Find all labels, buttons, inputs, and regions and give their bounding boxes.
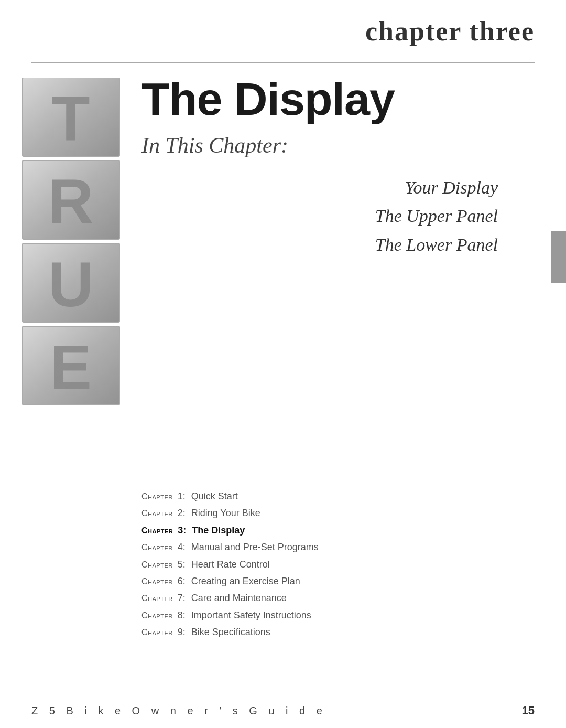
toc-entry-7: Chapter 8: Important Safety Instructions bbox=[142, 607, 540, 624]
svg-text:R: R bbox=[48, 166, 94, 237]
toc-entry-0: Chapter 1: Quick Start bbox=[142, 488, 540, 505]
table-of-contents: Chapter 1: Quick StartChapter 2: Riding … bbox=[142, 488, 540, 641]
toc-chapter-label: Chapter bbox=[142, 558, 176, 573]
footer: Z 5 B i k e O w n e r ' s G u i d e 15 bbox=[31, 704, 535, 718]
svg-text:T: T bbox=[51, 83, 90, 154]
svg-text:E: E bbox=[50, 332, 92, 402]
toc-chapter-title: Care and Maintenance bbox=[191, 590, 287, 606]
toc-chapter-title: Quick Start bbox=[191, 488, 238, 505]
main-content: The Display In This Chapter: Your Displa… bbox=[142, 76, 540, 464]
svg-text:U: U bbox=[48, 249, 94, 319]
in-this-chapter-label: In This Chapter: bbox=[142, 133, 540, 158]
toc-entry-1: Chapter 2: Riding Your Bike bbox=[142, 505, 540, 521]
toc-entry-4: Chapter 5: Heart Rate Control bbox=[142, 556, 540, 573]
chapter-header-label: chapter three bbox=[365, 0, 566, 47]
toc-chapter-title: Creating an Exercise Plan bbox=[191, 573, 300, 590]
toc-entry-6: Chapter 7: Care and Maintenance bbox=[142, 590, 540, 606]
toc-chapter-label: Chapter bbox=[142, 608, 176, 624]
toc-chapter-title: Riding Your Bike bbox=[191, 505, 260, 521]
toc-chapter-number: 4: bbox=[178, 539, 188, 555]
toc-chapter-number: 9: bbox=[178, 624, 188, 640]
toc-chapter-title: Bike Specifications bbox=[191, 624, 270, 640]
toc-chapter-label: Chapter bbox=[142, 591, 176, 606]
toc-chapter-title: Heart Rate Control bbox=[191, 556, 270, 573]
chapter-item-your-display: Your Display bbox=[405, 174, 498, 202]
toc-chapter-label: Chapter bbox=[142, 625, 176, 640]
chapter-items-list: Your Display The Upper Panel The Lower P… bbox=[142, 174, 540, 259]
toc-entry-8: Chapter 9: Bike Specifications bbox=[142, 624, 540, 640]
toc-chapter-label: Chapter bbox=[142, 540, 176, 555]
toc-chapter-title: Important Safety Instructions bbox=[191, 607, 311, 624]
toc-chapter-label: Chapter bbox=[142, 506, 176, 521]
toc-chapter-number: 8: bbox=[178, 607, 188, 624]
page-title: The Display bbox=[142, 76, 540, 122]
toc-entry-2: Chapter 3: The Display bbox=[142, 522, 540, 539]
toc-chapter-number: 6: bbox=[178, 573, 188, 590]
toc-chapter-label: Chapter bbox=[142, 489, 176, 505]
toc-chapter-number: 2: bbox=[178, 505, 188, 521]
chapter-item-upper-panel: The Upper Panel bbox=[375, 202, 498, 230]
chapter-item-lower-panel: The Lower Panel bbox=[375, 231, 498, 259]
toc-chapter-number: 7: bbox=[178, 590, 188, 606]
toc-entry-3: Chapter 4: Manual and Pre-Set Programs bbox=[142, 539, 540, 555]
toc-chapter-title: Manual and Pre-Set Programs bbox=[191, 539, 319, 555]
chapter-tab bbox=[551, 231, 566, 283]
toc-chapter-number: 5: bbox=[178, 556, 188, 573]
toc-chapter-number: 3: bbox=[178, 522, 189, 539]
top-rule bbox=[31, 62, 535, 63]
toc-entry-5: Chapter 6: Creating an Exercise Plan bbox=[142, 573, 540, 590]
toc-chapter-number: 1: bbox=[178, 488, 188, 505]
toc-chapter-title: The Display bbox=[192, 522, 245, 539]
bottom-rule bbox=[31, 686, 535, 687]
toc-chapter-label: Chapter bbox=[142, 574, 176, 590]
footer-guide-title: Z 5 B i k e O w n e r ' s G u i d e bbox=[31, 705, 326, 717]
footer-page-number: 15 bbox=[522, 704, 535, 718]
header: chapter three bbox=[0, 0, 566, 68]
brand-logo: T R U E bbox=[20, 78, 122, 408]
toc-chapter-label: Chapter bbox=[142, 523, 176, 539]
